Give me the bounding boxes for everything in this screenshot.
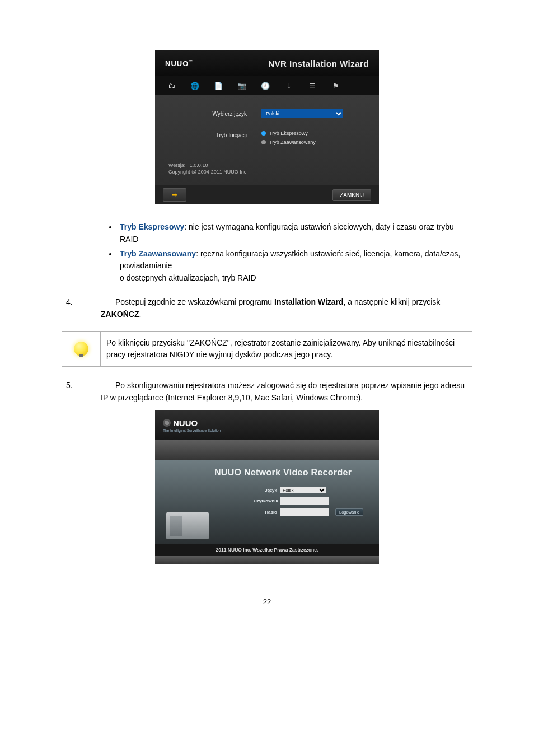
login-brand-text: NUUO xyxy=(173,418,198,428)
login-topbar: NUUO The Intelligent Surveillance Soluti… xyxy=(155,410,379,440)
mode-express-text: Tryb Ekspresowy xyxy=(269,130,308,136)
list-item: Tryb Ekspresowy: nie jest wymagana konfi… xyxy=(118,221,472,245)
version-label: Wersja: xyxy=(168,162,185,168)
login-lang-label: Język xyxy=(254,488,277,493)
wizard-meta: Wersja: 1.0.0.10 Copyright @ 2004-2011 N… xyxy=(168,162,366,175)
step-4: 4.Postępuj zgodnie ze wskazówkami progra… xyxy=(62,296,472,321)
radio-dot-on-icon xyxy=(261,131,266,136)
step-notify-icon[interactable]: ⤓ xyxy=(284,82,294,90)
step-number: 4. xyxy=(76,296,115,308)
step4-text2: , a następnie kliknij przycisk xyxy=(344,297,441,306)
arrow-right-icon: ➡ xyxy=(172,191,177,199)
wizard-title: NVR Installation Wizard xyxy=(193,59,369,68)
brand-logo: NUUO™ xyxy=(165,59,193,68)
advanced-mode-name: Tryb Zaawansowany xyxy=(120,249,196,258)
brand-text: NUUO xyxy=(165,59,189,68)
wizard-header: NUUO™ NVR Installation Wizard xyxy=(155,50,379,76)
step-finish-icon[interactable]: ⚑ xyxy=(331,82,341,90)
wizard-copyright: Copyright @ 2004-2011 NUUO Inc. xyxy=(168,169,248,175)
lightbulb-icon xyxy=(74,342,88,356)
step-raid-icon[interactable]: ☰ xyxy=(307,82,317,90)
login-main: NUUO Network Video Recorder Język Polski… xyxy=(155,460,379,544)
step-camera-icon[interactable]: 📷 xyxy=(237,82,247,90)
step5-text: Po skonfigurowaniu rejestratora możesz z… xyxy=(101,381,465,402)
tip-box: Po kliknięciu przycisku "ZAKOŃCZ", rejes… xyxy=(62,331,472,367)
mode-express-radio[interactable]: Tryb Ekspresowy xyxy=(261,130,366,136)
list-item: Tryb Zaawansowany: ręczna konfiguracja w… xyxy=(118,248,472,284)
gear-icon xyxy=(163,419,171,427)
login-pass-input[interactable] xyxy=(280,508,329,516)
step-5: 5.Po skonfigurowaniu rejestratora możesz… xyxy=(62,379,472,404)
tip-icon-cell xyxy=(62,331,101,366)
login-lang-select[interactable]: Polski xyxy=(280,487,326,493)
modes-list: Tryb Ekspresowy: nie jest wymagana konfi… xyxy=(62,221,472,284)
mode-label: Tryb Inicjacji xyxy=(168,130,252,138)
step4-text3: . xyxy=(139,310,141,319)
trademark: ™ xyxy=(189,59,193,63)
login-screenshot: NUUO The Intelligent Surveillance Soluti… xyxy=(155,410,379,564)
device-image xyxy=(166,500,209,539)
step-time-icon[interactable]: 🕘 xyxy=(260,82,270,90)
step-network-icon[interactable]: 🌐 xyxy=(190,82,200,90)
login-copyright: 2011 NUUO Inc. Wszelkie Prawa Zastrzeżon… xyxy=(155,544,379,556)
page-number: 22 xyxy=(62,598,472,606)
tip-text: Po kliknięciu przycisku "ZAKOŃCZ", rejes… xyxy=(101,331,472,366)
step-language-icon[interactable]: 🗂 xyxy=(166,82,176,90)
language-label: Wybierz język xyxy=(168,109,252,117)
step-license-icon[interactable]: 📄 xyxy=(213,82,223,90)
step4-bold2: ZAKOŃCZ xyxy=(101,310,139,319)
advanced-mode-desc-2: o dostępnych aktualizacjach, tryb RAID xyxy=(120,273,256,282)
close-button[interactable]: ZAMKNIJ xyxy=(332,189,371,201)
mode-advanced-radio[interactable]: Tryb Zaawansowany xyxy=(261,139,366,145)
login-footer xyxy=(155,556,379,564)
login-button[interactable]: Logowanie xyxy=(335,508,363,516)
step4-text1: Postępuj zgodnie ze wskazówkami programu xyxy=(115,297,274,306)
next-button[interactable]: ➡ xyxy=(163,188,186,202)
login-user-input[interactable] xyxy=(280,497,329,505)
wizard-footer: ➡ ZAMKNIJ xyxy=(155,185,379,204)
version-value: 1.0.0.10 xyxy=(190,162,208,168)
login-brand: NUUO xyxy=(163,418,221,428)
login-pass-label: Hasło xyxy=(254,510,277,515)
wizard-screenshot: NUUO™ NVR Installation Wizard 🗂 🌐 📄 📷 🕘 … xyxy=(155,50,379,204)
step4-bold1: Installation Wizard xyxy=(274,297,344,306)
login-title: NUUO Network Video Recorder xyxy=(214,468,352,478)
step-icon-bar: 🗂 🌐 📄 📷 🕘 ⤓ ☰ ⚑ xyxy=(155,76,379,95)
login-form: Język Polski Użytkownik Hasło Logowanie xyxy=(254,487,363,519)
radio-dot-off-icon xyxy=(261,140,266,144)
express-mode-name: Tryb Ekspresowy xyxy=(120,222,184,231)
mode-advanced-text: Tryb Zaawansowany xyxy=(269,139,316,145)
wizard-body: Wybierz język Polski Tryb Inicjacji Tryb… xyxy=(155,95,379,185)
language-select[interactable]: Polski xyxy=(261,109,343,118)
login-tagline: The Intelligent Surveillance Solution xyxy=(163,428,221,432)
login-user-label: Użytkownik xyxy=(254,498,277,503)
step-number: 5. xyxy=(76,379,115,391)
login-subbar xyxy=(155,440,379,460)
